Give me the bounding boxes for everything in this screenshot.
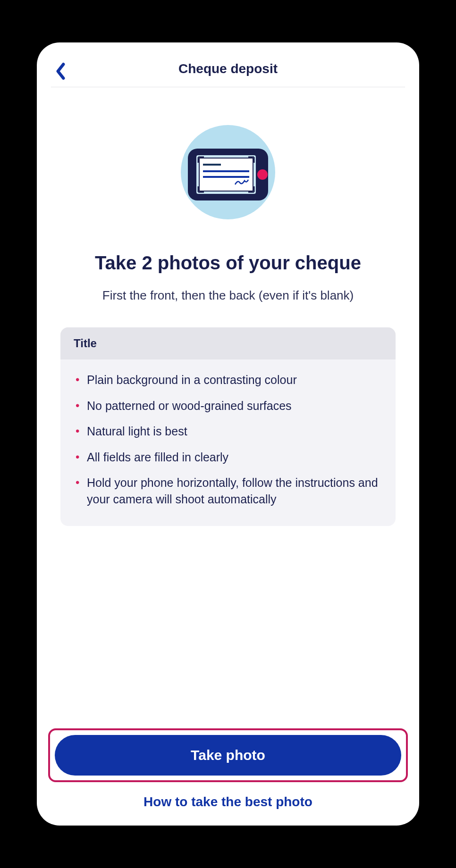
tips-title-bar: Title [60,327,396,359]
tips-body: Plain background in a contrasting colour… [60,359,396,526]
take-photo-button[interactable]: Take photo [55,735,401,776]
primary-button-highlight: Take photo [48,728,408,782]
list-item: All fields are filled in clearly [74,449,382,466]
page-title: Cheque deposit [178,61,278,76]
illustration-container [51,120,405,224]
header: Cheque deposit [51,61,405,87]
phone-cheque-scan-illustration [169,120,287,224]
sub-heading: First the front, then the back (even if … [51,287,405,304]
tips-list: Plain background in a contrasting colour… [74,372,382,507]
main-heading: Take 2 photos of your cheque [51,252,405,274]
list-item: Natural light is best [74,423,382,440]
screen: Cheque deposit [37,42,419,826]
tips-title: Title [74,337,382,350]
phone-frame: Cheque deposit [37,42,419,826]
back-button[interactable] [55,62,67,80]
back-chevron-icon [55,62,67,80]
tips-card: Title Plain background in a contrasting … [60,327,396,526]
svg-rect-3 [199,158,253,191]
list-item: Hold your phone horizontally, follow the… [74,475,382,507]
how-to-link[interactable]: How to take the best photo [51,791,405,811]
list-item: Plain background in a contrasting colour [74,372,382,388]
spacer [51,526,405,728]
svg-point-7 [257,169,268,180]
list-item: No patterned or wood-grained surfaces [74,398,382,414]
